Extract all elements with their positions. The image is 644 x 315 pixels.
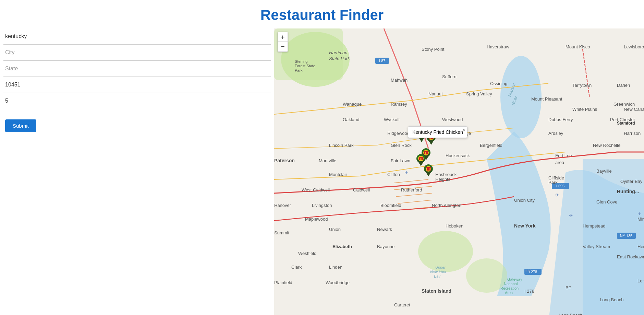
svg-text:✈: ✈ <box>404 170 409 175</box>
svg-text:Heights: Heights <box>435 177 451 182</box>
svg-text:NY 135: NY 135 <box>620 234 633 238</box>
svg-text:Suffern: Suffern <box>442 74 457 79</box>
svg-text:Hempstead: Hempstead <box>583 223 605 229</box>
svg-text:Wanaque: Wanaque <box>343 102 362 107</box>
map-zoom-controls: + − <box>278 32 288 52</box>
map-background: I 695 I 278 I 87 Harriman State Park Sto… <box>274 28 644 315</box>
svg-text:Montville: Montville <box>319 158 336 163</box>
svg-text:Westfield: Westfield <box>298 251 316 256</box>
svg-text:Greenwich: Greenwich <box>613 102 635 107</box>
city-input[interactable] <box>5 48 269 57</box>
svg-text:I 87: I 87 <box>379 59 385 63</box>
svg-text:Oyster Bay: Oyster Bay <box>620 179 643 184</box>
zipcode-input[interactable] <box>5 80 269 89</box>
svg-text:Gateway: Gateway <box>507 277 522 281</box>
svg-text:White Plains: White Plains <box>572 107 597 112</box>
svg-text:Carteret: Carteret <box>394 302 410 307</box>
svg-text:Nanuet: Nanuet <box>428 91 443 96</box>
svg-text:Newark: Newark <box>377 227 392 232</box>
svg-text:Lincoln Park: Lincoln Park <box>329 143 354 148</box>
radius-input[interactable] <box>5 96 269 105</box>
svg-text:Mahwah: Mahwah <box>391 78 408 83</box>
svg-text:Elizabeth: Elizabeth <box>332 244 352 249</box>
svg-text:Wyckoff: Wyckoff <box>384 117 400 122</box>
svg-text:Westwood: Westwood <box>442 117 463 122</box>
svg-text:Clifton: Clifton <box>387 172 400 177</box>
svg-text:Lewisboro: Lewisboro <box>624 44 644 49</box>
svg-text:I 278: I 278 <box>524 289 534 294</box>
svg-text:Hoboken: Hoboken <box>446 223 463 229</box>
svg-text:Tarrytown: Tarrytown <box>572 83 592 88</box>
svg-text:Fair Lawn: Fair Lawn <box>391 158 410 163</box>
svg-text:Hunting...: Hunting... <box>617 189 639 194</box>
svg-text:Ramsey: Ramsey <box>391 102 407 107</box>
svg-text:Clark: Clark <box>291 265 302 270</box>
svg-text:Bergenfield: Bergenfield <box>480 143 502 148</box>
svg-text:New York: New York <box>514 223 536 229</box>
svg-text:Union: Union <box>329 227 341 232</box>
svg-text:Area: Area <box>505 291 513 295</box>
svg-text:Valley Stream: Valley Stream <box>583 244 610 249</box>
svg-text:Recreation: Recreation <box>500 286 519 290</box>
svg-text:East Rockaway: East Rockaway <box>617 254 644 259</box>
state-input[interactable] <box>5 64 269 73</box>
svg-text:North Arlington: North Arlington <box>432 203 461 208</box>
svg-text:National: National <box>504 282 518 286</box>
svg-text:Glen Rock: Glen Rock <box>391 143 412 148</box>
svg-text:Maplewood: Maplewood <box>305 217 328 222</box>
svg-text:Stony Point: Stony Point <box>422 47 445 52</box>
svg-text:New York: New York <box>430 270 446 274</box>
svg-text:Union City: Union City <box>514 198 535 203</box>
svg-text:Linden: Linden <box>329 265 342 270</box>
svg-text:Summit: Summit <box>274 230 289 235</box>
map-container: I 695 I 278 I 87 Harriman State Park Sto… <box>274 28 644 315</box>
svg-text:Paterson: Paterson <box>274 158 295 163</box>
svg-text:Long Beach: Long Beach <box>600 297 623 302</box>
svg-text:Woodbridge: Woodbridge <box>326 280 350 285</box>
svg-text:West Caldwell: West Caldwell <box>302 187 330 192</box>
svg-text:Bayville: Bayville <box>596 168 612 174</box>
svg-text:Fort Lee: Fort Lee <box>555 153 572 158</box>
svg-text:Port Chester: Port Chester <box>610 117 635 122</box>
svg-text:Hasbrouck: Hasbrouck <box>435 172 457 177</box>
search-input[interactable] <box>5 32 269 41</box>
svg-text:Darien: Darien <box>617 83 630 88</box>
svg-text:Rutherford: Rutherford <box>401 187 422 192</box>
svg-text:✈: ✈ <box>555 192 559 198</box>
page-title: Restaurant Finder <box>0 0 644 28</box>
svg-text:Ardsley: Ardsley <box>548 131 563 136</box>
svg-text:area: area <box>555 160 564 165</box>
svg-text:Bayonne: Bayonne <box>377 244 394 249</box>
svg-text:Spring Valley: Spring Valley <box>466 91 492 96</box>
svg-text:Harriman: Harriman <box>329 50 347 55</box>
svg-text:BP: BP <box>524 268 531 273</box>
svg-text:Oakland: Oakland <box>343 117 359 122</box>
submit-button[interactable]: Submit <box>5 119 36 132</box>
svg-text:BP: BP <box>566 285 571 290</box>
svg-text:Sterling: Sterling <box>295 59 307 63</box>
svg-text:New Rochelle: New Rochelle <box>593 143 620 148</box>
svg-text:Mount Kisco: Mount Kisco <box>566 44 590 49</box>
svg-text:Dobbs Ferry: Dobbs Ferry <box>548 117 573 122</box>
svg-text:Plainfield: Plainfield <box>274 280 292 285</box>
svg-text:Long Beach: Long Beach <box>637 278 644 283</box>
tooltip-text: Kentucky Fried Chicken <box>412 129 463 135</box>
zipcode-field <box>3 77 271 93</box>
tooltip-close-button[interactable]: × <box>463 128 465 132</box>
map-tooltip: Kentucky Fried Chicken × <box>408 126 467 138</box>
svg-text:Glen Cove: Glen Cove <box>596 199 617 205</box>
svg-text:Mount Pleasant: Mount Pleasant <box>531 96 562 102</box>
svg-text:Mineola: Mineola <box>637 217 644 222</box>
svg-text:Hanover: Hanover <box>274 203 291 208</box>
search-field <box>3 28 271 45</box>
zoom-in-button[interactable]: + <box>278 32 288 42</box>
svg-text:Park: Park <box>548 180 558 185</box>
svg-text:Livingston: Livingston <box>312 203 332 208</box>
zoom-out-button[interactable]: − <box>278 42 288 51</box>
svg-point-5 <box>418 231 473 272</box>
svg-text:Forest State: Forest State <box>295 64 315 68</box>
svg-text:Ossining: Ossining <box>490 81 508 86</box>
svg-text:Park: Park <box>295 68 303 72</box>
svg-text:Harrison: Harrison <box>624 131 641 136</box>
svg-text:✈: ✈ <box>569 213 573 218</box>
